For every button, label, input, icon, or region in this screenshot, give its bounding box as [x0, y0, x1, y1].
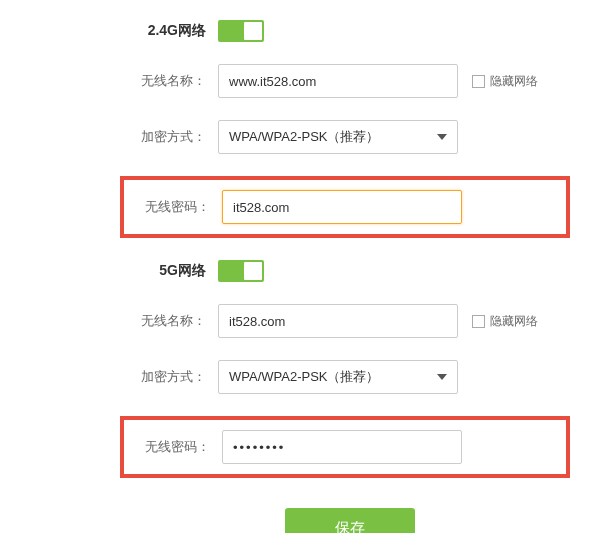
- band24-ssid-label: 无线名称：: [130, 72, 210, 90]
- band24-password-highlight-box: 无线密码：: [120, 176, 570, 238]
- save-button[interactable]: 保存: [285, 508, 415, 533]
- band5-ssid-input[interactable]: [218, 304, 458, 338]
- checkbox-icon: [472, 75, 485, 88]
- band5-encryption-value: WPA/WPA2-PSK（推荐）: [229, 368, 379, 386]
- checkbox-icon: [472, 315, 485, 328]
- band5-encryption-label: 加密方式：: [130, 368, 210, 386]
- band24-encryption-value: WPA/WPA2-PSK（推荐）: [229, 128, 379, 146]
- band5-password-highlight-box: 无线密码：: [120, 416, 570, 478]
- band5-encryption-select[interactable]: WPA/WPA2-PSK（推荐）: [218, 360, 458, 394]
- band5-ssid-label: 无线名称：: [130, 312, 210, 330]
- chevron-down-icon: [437, 134, 447, 140]
- chevron-down-icon: [437, 374, 447, 380]
- band5-toggle[interactable]: [218, 260, 264, 282]
- band5-password-label: 无线密码：: [124, 438, 214, 456]
- band24-password-input[interactable]: [222, 190, 462, 224]
- band5-password-input[interactable]: [222, 430, 462, 464]
- band24-hide-checkbox[interactable]: 隐藏网络: [472, 73, 538, 90]
- band24-encryption-select[interactable]: WPA/WPA2-PSK（推荐）: [218, 120, 458, 154]
- band24-encryption-label: 加密方式：: [130, 128, 210, 146]
- band24-password-label: 无线密码：: [124, 198, 214, 216]
- band24-hide-label: 隐藏网络: [490, 73, 538, 90]
- band5-title: 5G网络: [130, 262, 210, 280]
- band5-hide-checkbox[interactable]: 隐藏网络: [472, 313, 538, 330]
- band5-hide-label: 隐藏网络: [490, 313, 538, 330]
- band24-toggle[interactable]: [218, 20, 264, 42]
- band24-title: 2.4G网络: [130, 22, 210, 40]
- band24-ssid-input[interactable]: [218, 64, 458, 98]
